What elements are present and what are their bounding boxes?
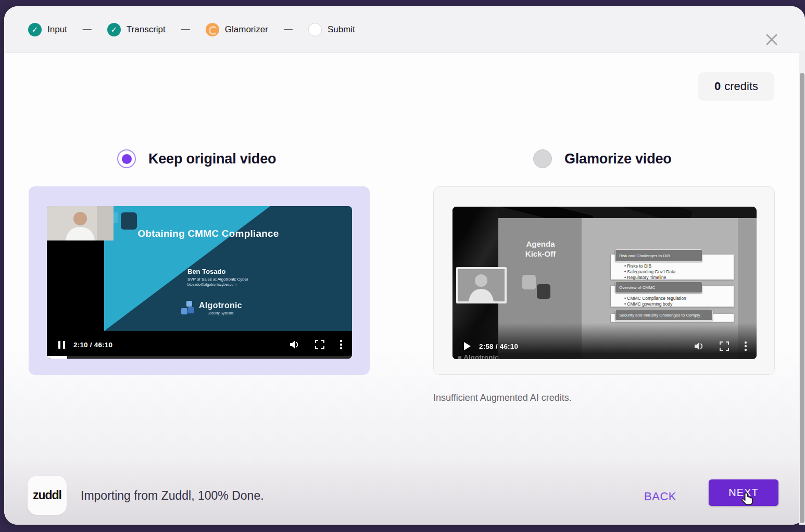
zuddl-logo: zuddl — [28, 476, 67, 515]
video-controls: 2:10 / 46:10 — [47, 333, 352, 356]
agenda-bullet: • Regulatory Timeline — [624, 275, 734, 281]
agenda-bullet: • CMMC governing body — [624, 301, 734, 307]
time-display: 2:58 / 46:10 — [479, 343, 518, 350]
agenda-bullet: • Safeguarding Gov't Data — [624, 269, 734, 275]
step-label: Glamorizer — [225, 24, 268, 35]
import-wizard-modal: ✓ Input — ✓ Transcript — Glamorizer — Su… — [4, 6, 805, 525]
slide-preview: Obtaining CMMC Compliance Ben Tosado SVP… — [104, 206, 352, 331]
step-label: Transcript — [127, 24, 166, 35]
algotronic-logo: Algotronic Security Systems — [181, 301, 242, 315]
speaker-email: btosado@algotroniccyber.com — [187, 283, 248, 286]
credits-unit: credits — [724, 80, 758, 93]
check-icon: ✓ — [28, 23, 42, 36]
step-separator: — — [284, 24, 293, 35]
step-transcript[interactable]: ✓ Transcript — [107, 23, 166, 36]
back-button[interactable]: BACK — [644, 490, 676, 503]
wizard-body: 0 credits Keep original video Obtaining … — [4, 53, 805, 461]
slide-decor-square — [121, 212, 137, 230]
step-input[interactable]: ✓ Input — [28, 23, 67, 36]
zuddl-logo-text: zuddl — [33, 488, 61, 502]
agenda-section: Risk and Challenges to DIB • Risks to DI… — [611, 255, 734, 280]
glamorize-label: Glamorize video — [564, 151, 672, 167]
algotronic-logo-icon — [181, 301, 195, 315]
glamorize-radio[interactable] — [533, 149, 552, 168]
agenda-section: Security and Industry Challenges to Comp… — [611, 314, 734, 322]
step-label: Input — [47, 24, 67, 35]
radio-dot-icon — [122, 154, 132, 164]
agenda-section-header: Risk and Challenges to DIB — [615, 249, 702, 262]
import-status-text: Importing from Zuddl, 100% Done. — [81, 489, 264, 503]
keep-original-option[interactable]: Keep original video — [117, 149, 276, 168]
time-display: 2:10 / 46:10 — [73, 341, 112, 349]
progress-played — [47, 356, 67, 359]
kebab-menu-icon[interactable] — [744, 341, 747, 351]
play-button[interactable] — [464, 342, 471, 350]
keep-original-label: Keep original video — [148, 151, 276, 167]
fullscreen-icon[interactable] — [315, 340, 324, 349]
check-icon: ✓ — [107, 23, 121, 36]
volume-icon[interactable] — [290, 340, 300, 349]
presenter-image — [458, 269, 505, 301]
fullscreen-icon[interactable] — [720, 341, 729, 351]
agenda-section-header: Overview of CMMC — [615, 282, 702, 293]
insufficient-credits-note: Insufficient Augmented AI credits. — [433, 392, 572, 403]
scrollbar-thumb[interactable] — [800, 73, 804, 523]
glamorized-video-preview[interactable]: Agenda Kick-Off Risk and Challenges to — [452, 207, 757, 359]
algotronic-watermark: Algotronic — [458, 353, 499, 359]
close-button[interactable] — [762, 30, 781, 49]
speaker-name: Ben Tosado — [187, 268, 248, 275]
agenda-title: Agenda Kick-Off — [509, 239, 572, 259]
page-scrollbar[interactable] — [799, 51, 805, 525]
progress-circle-icon — [206, 23, 219, 36]
glamorize-option[interactable]: Glamorize video — [533, 149, 672, 168]
stepper: ✓ Input — ✓ Transcript — Glamorizer — Su… — [28, 23, 355, 36]
presenter-webcam — [456, 267, 507, 303]
original-video-player[interactable]: Obtaining CMMC Compliance Ben Tosado SVP… — [47, 206, 352, 359]
speaker-role: SVP of Sales at Algotronic Cyber — [187, 277, 248, 282]
screen: ✓ Input — ✓ Transcript — Glamorizer — Su… — [0, 0, 805, 532]
video-progress-bar[interactable] — [47, 356, 352, 359]
logo-name: Algotronic — [199, 301, 242, 310]
step-submit[interactable]: Submit — [308, 23, 355, 36]
keep-original-card[interactable]: Obtaining CMMC Compliance Ben Tosado SVP… — [29, 186, 370, 375]
slide-decor-square — [537, 284, 550, 299]
slide-decor-square — [522, 275, 536, 289]
agenda-bullet: • CMMC Compliance regulation — [624, 296, 734, 301]
presenter-webcam — [47, 206, 114, 240]
glamorize-card[interactable]: Agenda Kick-Off Risk and Challenges to — [433, 186, 775, 375]
close-icon — [764, 32, 779, 47]
next-button[interactable]: NEXT — [709, 479, 778, 506]
wizard-footer: zuddl Importing from Zuddl, 100% Done. B… — [4, 461, 805, 525]
speaker-block: Ben Tosado SVP of Sales at Algotronic Cy… — [187, 268, 248, 286]
credits-count: 0 — [714, 80, 721, 93]
volume-icon[interactable] — [694, 341, 705, 351]
step-separator: — — [181, 24, 190, 35]
empty-circle-icon — [308, 23, 322, 36]
agenda-section-header: Security and Industry Challenges to Comp… — [615, 310, 713, 321]
agenda-section: Overview of CMMC • CMMC Compliance regul… — [611, 286, 734, 307]
slide-title: Obtaining CMMC Compliance — [125, 228, 292, 239]
step-label: Submit — [328, 24, 355, 35]
keep-original-radio[interactable] — [117, 149, 136, 168]
pause-button[interactable] — [58, 341, 65, 349]
logo-subtitle: Security Systems — [199, 311, 242, 315]
step-separator: — — [83, 24, 92, 35]
credits-badge: 0 credits — [698, 72, 774, 100]
presenter-image — [47, 206, 114, 240]
kebab-menu-icon[interactable] — [339, 339, 343, 350]
step-glamorizer[interactable]: Glamorizer — [206, 23, 268, 36]
agenda-bullet: • Risks to DIB — [624, 263, 734, 269]
wizard-header: ✓ Input — ✓ Transcript — Glamorizer — Su… — [4, 6, 805, 53]
